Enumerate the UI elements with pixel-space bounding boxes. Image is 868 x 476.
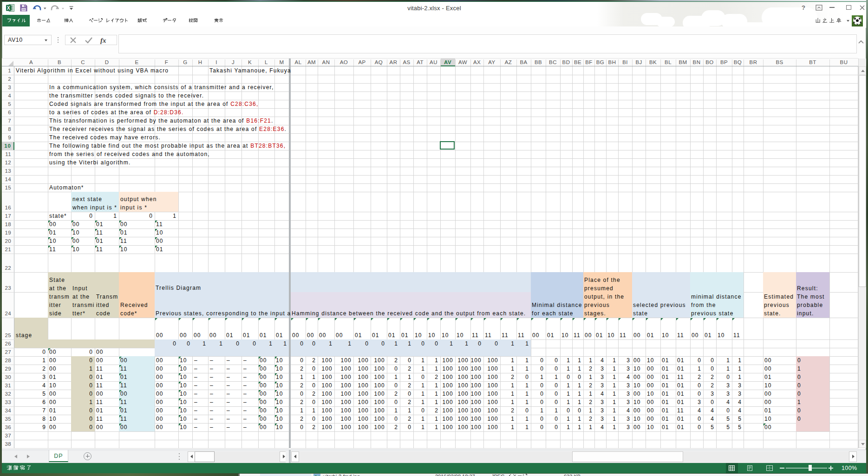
svg-text:fx: fx — [100, 37, 106, 44]
svg-text:X: X — [7, 5, 10, 11]
